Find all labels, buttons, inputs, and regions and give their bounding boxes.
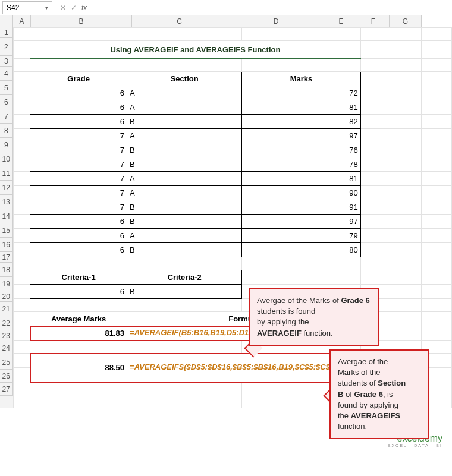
col-header-D[interactable]: D <box>227 15 325 27</box>
row-header-3[interactable]: 3 <box>0 56 13 67</box>
row-header-14[interactable]: 14 <box>0 209 13 223</box>
criteria1-value[interactable]: 6 <box>30 285 127 299</box>
formula-input[interactable] <box>92 1 452 14</box>
col-header-F[interactable]: F <box>357 15 390 27</box>
table-row: 7A97 <box>13 129 452 143</box>
row-header-10[interactable]: 10 <box>0 152 13 166</box>
criteria1-header: Criteria-1 <box>30 270 127 285</box>
row-header-25[interactable]: 25 <box>0 355 13 370</box>
confirm-icon[interactable]: ✓ <box>71 4 77 12</box>
row-header-27[interactable]: 27 <box>0 383 13 396</box>
col-marks: Marks <box>242 72 360 86</box>
callout-averageifs: Avergae of the Marks of the students of … <box>329 349 429 439</box>
row-header-21[interactable]: 21 <box>0 302 13 316</box>
formula-value-2[interactable]: =AVERAGEIFS($D$5:$D$16,$B$5:$B$16,B19,$C… <box>127 354 361 382</box>
row-header-17[interactable]: 17 <box>0 252 13 263</box>
row-header-22[interactable]: 22 <box>0 316 13 330</box>
fx-icon[interactable]: fx <box>81 4 87 12</box>
row-header-18[interactable]: 18 <box>0 263 13 277</box>
avg-value-2[interactable]: 88.50 <box>30 354 127 382</box>
row-header-19[interactable]: 19 <box>0 277 13 291</box>
criteria2-value[interactable]: B <box>127 285 242 299</box>
row-header-26[interactable]: 26 <box>0 370 13 383</box>
row-header-5[interactable]: 5 <box>0 81 13 95</box>
col-header-A[interactable]: A <box>13 15 31 27</box>
col-header-G[interactable]: G <box>390 15 422 27</box>
row-header-6[interactable]: 6 <box>0 95 13 109</box>
row-header-15[interactable]: 15 <box>0 223 13 238</box>
row-header-20[interactable]: 20 <box>0 291 13 302</box>
table-row: 6B97 <box>13 215 452 229</box>
cancel-icon[interactable]: ✕ <box>60 4 66 12</box>
row-header-2[interactable]: 2 <box>0 38 13 56</box>
row-header-column: 1 2 3 4 5 6 7 8 9 10 11 12 13 14 15 16 1… <box>0 27 13 408</box>
criteria2-header: Criteria-2 <box>127 270 242 285</box>
table-row: 6A81 <box>13 100 452 115</box>
row-header-4[interactable]: 4 <box>0 67 13 81</box>
table-row: 6A72 <box>13 86 452 100</box>
table-row: 6A79 <box>13 229 452 243</box>
table-row: 7B76 <box>13 143 452 157</box>
row-header-12[interactable]: 12 <box>0 181 13 195</box>
formula-bar: S42 ▾ ✕ ✓ fx <box>0 0 452 15</box>
callout-averageif: Avergae of the Marks of Grade 6 students… <box>249 288 379 346</box>
avg-value-1[interactable]: 81.83 <box>30 326 127 341</box>
page-title: Using AVERAGEIF and AVERAGEIFS Function <box>30 41 360 59</box>
name-box[interactable]: S42 ▾ <box>2 1 52 14</box>
row-header-8[interactable]: 8 <box>0 124 13 138</box>
row-header-16[interactable]: 16 <box>0 238 13 252</box>
row-header-1[interactable]: 1 <box>0 27 13 38</box>
col-header-B[interactable]: B <box>31 15 132 27</box>
table-row: 7B91 <box>13 200 452 215</box>
col-header-C[interactable]: C <box>132 15 227 27</box>
row-header-24[interactable]: 24 <box>0 341 13 355</box>
row-header-13[interactable]: 13 <box>0 195 13 209</box>
table-row: 6B82 <box>13 115 452 129</box>
column-header-row: A B C D E F G <box>0 15 452 27</box>
row-header-11[interactable]: 11 <box>0 166 13 181</box>
row-header-9[interactable]: 9 <box>0 138 13 152</box>
row-header-23[interactable]: 23 <box>0 330 13 341</box>
col-header-E[interactable]: E <box>325 15 357 27</box>
table-row: 7A90 <box>13 186 452 200</box>
fx-controls: ✕ ✓ fx <box>55 1 92 14</box>
col-grade: Grade <box>30 72 127 86</box>
row-header-7[interactable]: 7 <box>0 109 13 124</box>
col-section: Section <box>127 72 242 86</box>
table-row: 7B78 <box>13 157 452 172</box>
table-row: 6B80 <box>13 243 452 257</box>
chevron-down-icon[interactable]: ▾ <box>45 5 48 11</box>
select-all-corner[interactable] <box>0 15 13 27</box>
table-row: 7A81 <box>13 172 452 186</box>
name-box-value: S42 <box>7 4 19 12</box>
avg-marks-header: Average Marks <box>30 312 127 326</box>
